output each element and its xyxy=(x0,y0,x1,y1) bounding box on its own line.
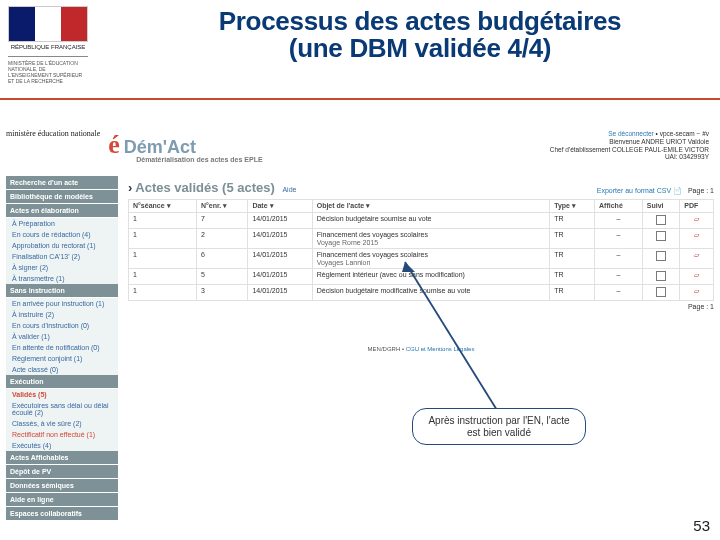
suivi-icon[interactable] xyxy=(656,215,666,225)
slide-number: 53 xyxy=(693,517,710,534)
pdf-icon[interactable]: ▱ xyxy=(694,231,699,238)
sidebar-item[interactable]: Acte classé (0) xyxy=(6,364,118,375)
sb-affich[interactable]: Actes Affichables xyxy=(6,451,118,465)
app-footer: MEN/DGRH • CGU et Mentions Légales xyxy=(128,346,714,352)
pdf-icon[interactable]: ▱ xyxy=(694,215,699,222)
sidebar-item[interactable]: Rectificatif non effectué (1) xyxy=(6,429,118,440)
sidebar-item-vaildes[interactable]: Validés (5) xyxy=(6,389,118,400)
table-row[interactable]: 1714/01/2015Décision budgétaire soumise … xyxy=(129,213,714,229)
sidebar-item[interactable]: Exécutoires sans délai ou délai écoulé (… xyxy=(6,400,118,418)
pdf-icon[interactable]: ▱ xyxy=(694,287,699,294)
sidebar-item[interactable]: À signer (2) xyxy=(6,262,118,273)
main-content: ›Actes validés (5 actes) Aide Exporter a… xyxy=(128,176,714,352)
sidebar-item[interactable]: En cours d'instruction (0) xyxy=(6,320,118,331)
sidebar-item[interactable]: Exécutés (4) xyxy=(6,440,118,451)
sidebar-item[interactable]: En arrivée pour instruction (1) xyxy=(6,298,118,309)
sb-donnees[interactable]: Données sémiques xyxy=(6,479,118,493)
sb-pv[interactable]: Dépôt de PV xyxy=(6,465,118,479)
col-type[interactable]: Type ▾ xyxy=(550,200,595,213)
sidebar-item[interactable]: En attente de notification (0) xyxy=(6,342,118,353)
sidebar-item[interactable]: À transmettre (1) xyxy=(6,273,118,284)
sb-instr[interactable]: Sans instruction xyxy=(6,284,118,298)
col-enr[interactable]: N°enr. ▾ xyxy=(196,200,247,213)
table-row[interactable]: 1614/01/2015Financement des voyages scol… xyxy=(129,249,714,269)
table-row[interactable]: 1514/01/2015Règlement intérieur (avec ou… xyxy=(129,269,714,285)
sidebar-item[interactable]: Règlement conjoint (1) xyxy=(6,353,118,364)
suivi-icon[interactable] xyxy=(656,251,666,261)
pdf-icon[interactable]: ▱ xyxy=(694,271,699,278)
sidebar: Recherche d'un acte Bibliothèque de modè… xyxy=(6,176,118,521)
col-suivi: Suivi xyxy=(642,200,680,213)
actes-table: N°séance ▾ N°enr. ▾ Date ▾ Objet de l'ac… xyxy=(128,199,714,301)
sb-exec[interactable]: Exécution xyxy=(6,375,118,389)
col-aff: Affiché xyxy=(595,200,643,213)
sidebar-item[interactable]: À instruire (2) xyxy=(6,309,118,320)
min-nat-logo: ministère éducation nationale xyxy=(6,130,100,138)
e-logo-icon: é xyxy=(108,130,120,160)
table-row[interactable]: 1214/01/2015Financement des voyages scol… xyxy=(129,229,714,249)
logout-link[interactable]: Se déconnecter xyxy=(608,130,654,137)
cgu-link[interactable]: CGU et Mentions Légales xyxy=(406,346,475,352)
col-objet[interactable]: Objet de l'acte ▾ xyxy=(312,200,549,213)
sb-lib[interactable]: Bibliothèque de modèles xyxy=(6,190,118,204)
sidebar-item[interactable]: En cours de rédaction (4) xyxy=(6,229,118,240)
sb-aide[interactable]: Aide en ligne xyxy=(6,493,118,507)
csv-icon: 📄 xyxy=(673,187,682,194)
header-strip: RÉPUBLIQUE FRANÇAISE MINISTÈRE DE L'ÉDUC… xyxy=(0,0,720,100)
sidebar-item[interactable]: À Préparation xyxy=(6,218,118,229)
col-pdf: PDF xyxy=(680,200,714,213)
title-line-2: (une DBM validée 4/4) xyxy=(150,33,690,64)
sidebar-item[interactable]: Classés, à vie sûre (2) xyxy=(6,418,118,429)
table-row[interactable]: 1314/01/2015Décision budgétaire modifica… xyxy=(129,285,714,301)
help-link[interactable]: Aide xyxy=(282,186,296,193)
ministry-logo: RÉPUBLIQUE FRANÇAISE MINISTÈRE DE L'ÉDUC… xyxy=(8,6,88,84)
pdf-icon[interactable]: ▱ xyxy=(694,251,699,258)
sidebar-item[interactable]: Approbation du rectorat (1) xyxy=(6,240,118,251)
ministry-name: MINISTÈRE DE L'ÉDUCATION NATIONALE, DE L… xyxy=(8,56,88,84)
sidebar-item[interactable]: À valider (1) xyxy=(6,331,118,342)
user-block: Se déconnecter • vpce-secam − #v Bienven… xyxy=(550,130,709,161)
suivi-icon[interactable] xyxy=(656,271,666,281)
pager-bottom: Page : 1 xyxy=(128,303,714,310)
demact-brand: éDém'Act Dématérialisation des actes des… xyxy=(108,130,262,163)
sb-elab[interactable]: Actes en élaboration xyxy=(6,204,118,218)
col-date[interactable]: Date ▾ xyxy=(248,200,312,213)
suivi-icon[interactable] xyxy=(656,287,666,297)
chevron-down-icon: › xyxy=(128,180,132,195)
brand-sub: Dématérialisation des actes des EPLE xyxy=(136,156,262,163)
france-flag-icon xyxy=(8,6,88,42)
callout-note: Après instruction par l'EN, l'acte est b… xyxy=(412,408,586,445)
sidebar-item[interactable]: Finalisation CA'13' (2) xyxy=(6,251,118,262)
sb-search[interactable]: Recherche d'un acte xyxy=(6,176,118,190)
export-csv-link[interactable]: Exporter au format CSV xyxy=(597,187,671,194)
suivi-icon[interactable] xyxy=(656,231,666,241)
rf-text: RÉPUBLIQUE FRANÇAISE xyxy=(8,44,88,50)
col-seance[interactable]: N°séance ▾ xyxy=(129,200,197,213)
sb-collab[interactable]: Espaces collaboratifs xyxy=(6,507,118,521)
app-screenshot: ministère éducation nationale éDém'Act D… xyxy=(0,128,715,171)
slide-title: Processus des actes budgétaires (une DBM… xyxy=(150,6,690,64)
